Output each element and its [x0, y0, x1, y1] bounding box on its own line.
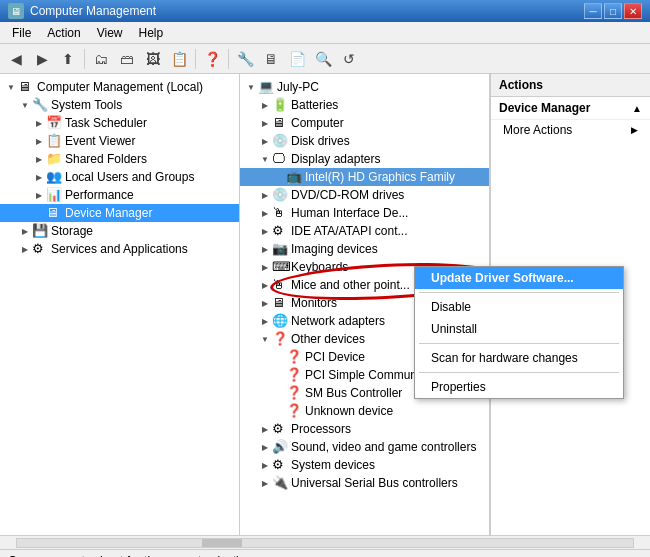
minimize-button[interactable]: ─ — [584, 3, 602, 19]
scrollbar-area — [0, 535, 650, 549]
toolbar: ◀ ▶ ⬆ 🗂 🗃 🖼 📋 ❓ 🔧 🖥 📄 🔍 ↺ — [0, 44, 650, 74]
left-tree-services[interactable]: ⚙ Services and Applications — [0, 240, 239, 258]
left-tree-storage[interactable]: 💾 Storage — [0, 222, 239, 240]
up-button[interactable]: ⬆ — [56, 47, 80, 71]
dm-ide-ata[interactable]: ⚙ IDE ATA/ATAPI cont... — [240, 222, 489, 240]
expand-shared-folders — [32, 152, 46, 166]
expand-display-adapters — [258, 152, 272, 166]
dm-unknown[interactable]: ❓ Unknown device — [240, 402, 489, 420]
left-tree-local-users[interactable]: 👥 Local Users and Groups — [0, 168, 239, 186]
toolbar-btn5[interactable]: 🔧 — [233, 47, 257, 71]
toolbar-btn9[interactable]: ↺ — [337, 47, 361, 71]
expand-system-devices — [258, 458, 272, 472]
expand-pci-simple — [272, 368, 286, 382]
label-sound: Sound, video and game controllers — [291, 440, 476, 454]
expand-network — [258, 314, 272, 328]
icon-batteries: 🔋 — [272, 97, 288, 113]
label-mice: Mice and other point... — [291, 278, 410, 292]
icon-keyboards: ⌨ — [272, 259, 288, 275]
dm-dvd-rom[interactable]: 💿 DVD/CD-ROM drives — [240, 186, 489, 204]
icon-ide-ata: ⚙ — [272, 223, 288, 239]
label-event-viewer: Event Viewer — [65, 134, 135, 148]
expand-imaging — [258, 242, 272, 256]
expand-comp-mgmt — [4, 80, 18, 94]
icon-unknown: ❓ — [286, 403, 302, 419]
icon-other-devices: ❓ — [272, 331, 288, 347]
new-window-button[interactable]: 🗃 — [115, 47, 139, 71]
left-tree-task-sched[interactable]: 📅 Task Scheduler — [0, 114, 239, 132]
expand-task-sched — [32, 116, 46, 130]
actions-more[interactable]: More Actions ▶ — [491, 120, 650, 140]
label-storage: Storage — [51, 224, 93, 238]
toolbar-btn3[interactable]: 🖼 — [141, 47, 165, 71]
icon-processors: ⚙ — [272, 421, 288, 437]
label-usb: Universal Serial Bus controllers — [291, 476, 458, 490]
icon-comp-mgmt: 🖥 — [18, 79, 34, 95]
left-tree-shared-folders[interactable]: 📁 Shared Folders — [0, 150, 239, 168]
left-tree-event-viewer[interactable]: 📋 Event Viewer — [0, 132, 239, 150]
label-task-sched: Task Scheduler — [65, 116, 147, 130]
toolbar-btn4[interactable]: 📋 — [167, 47, 191, 71]
dm-imaging[interactable]: 📷 Imaging devices — [240, 240, 489, 258]
label-monitors: Monitors — [291, 296, 337, 310]
dm-batteries[interactable]: 🔋 Batteries — [240, 96, 489, 114]
horizontal-scrollbar[interactable] — [16, 538, 634, 548]
dm-intel-hd[interactable]: 📺 Intel(R) HD Graphics Family — [240, 168, 489, 186]
title-bar: 🖥 Computer Management ─ □ ✕ — [0, 0, 650, 22]
label-dvd-rom: DVD/CD-ROM drives — [291, 188, 404, 202]
dm-processors[interactable]: ⚙ Processors — [240, 420, 489, 438]
icon-intel-hd: 📺 — [286, 169, 302, 185]
expand-local-users — [32, 170, 46, 184]
icon-human-interface: 🖱 — [272, 205, 288, 221]
icon-computer: 🖥 — [272, 115, 288, 131]
show-hide-button[interactable]: 🗂 — [89, 47, 113, 71]
expand-storage — [18, 224, 32, 238]
icon-usb: 🔌 — [272, 475, 288, 491]
left-tree-comp-mgmt[interactable]: 🖥 Computer Management (Local) — [0, 78, 239, 96]
menu-help[interactable]: Help — [131, 24, 172, 42]
help-button[interactable]: ❓ — [200, 47, 224, 71]
ctx-uninstall[interactable]: Uninstall — [415, 318, 623, 340]
label-disk-drives: Disk drives — [291, 134, 350, 148]
left-tree-device-manager[interactable]: 🖥 Device Manager — [0, 204, 239, 222]
label-keyboards: Keyboards — [291, 260, 348, 274]
icon-imaging: 📷 — [272, 241, 288, 257]
close-button[interactable]: ✕ — [624, 3, 642, 19]
expand-sound — [258, 440, 272, 454]
actions-subheader-label: Device Manager — [499, 101, 590, 115]
expand-device-manager — [32, 206, 46, 220]
dm-sound[interactable]: 🔊 Sound, video and game controllers — [240, 438, 489, 456]
dm-human-interface[interactable]: 🖱 Human Interface De... — [240, 204, 489, 222]
dm-disk-drives[interactable]: 💿 Disk drives — [240, 132, 489, 150]
icon-device-manager: 🖥 — [46, 205, 62, 221]
expand-keyboards — [258, 260, 272, 274]
label-sm-bus: SM Bus Controller — [305, 386, 402, 400]
toolbar-btn7[interactable]: 📄 — [285, 47, 309, 71]
toolbar-btn8[interactable]: 🔍 — [311, 47, 335, 71]
maximize-button[interactable]: □ — [604, 3, 622, 19]
ctx-update-driver[interactable]: Update Driver Software... — [415, 267, 623, 289]
dm-july-pc[interactable]: 💻 July-PC — [240, 78, 489, 96]
left-tree-sys-tools[interactable]: 🔧 System Tools — [0, 96, 239, 114]
ctx-disable[interactable]: Disable — [415, 296, 623, 318]
label-display-adapters: Display adapters — [291, 152, 380, 166]
more-actions-arrow: ▶ — [631, 125, 638, 135]
left-tree-performance[interactable]: 📊 Performance — [0, 186, 239, 204]
dm-usb[interactable]: 🔌 Universal Serial Bus controllers — [240, 474, 489, 492]
back-button[interactable]: ◀ — [4, 47, 28, 71]
menu-file[interactable]: File — [4, 24, 39, 42]
forward-button[interactable]: ▶ — [30, 47, 54, 71]
ctx-properties[interactable]: Properties — [415, 376, 623, 398]
menu-action[interactable]: Action — [39, 24, 88, 42]
icon-shared-folders: 📁 — [46, 151, 62, 167]
icon-sys-tools: 🔧 — [32, 97, 48, 113]
dm-system-devices[interactable]: ⚙ System devices — [240, 456, 489, 474]
toolbar-btn6[interactable]: 🖥 — [259, 47, 283, 71]
dm-display-adapters[interactable]: 🖵 Display adapters — [240, 150, 489, 168]
expand-ide-ata — [258, 224, 272, 238]
dm-computer[interactable]: 🖥 Computer — [240, 114, 489, 132]
menu-view[interactable]: View — [89, 24, 131, 42]
expand-sys-tools — [18, 98, 32, 112]
ctx-scan-hardware[interactable]: Scan for hardware changes — [415, 347, 623, 369]
toolbar-sep3 — [228, 49, 229, 69]
